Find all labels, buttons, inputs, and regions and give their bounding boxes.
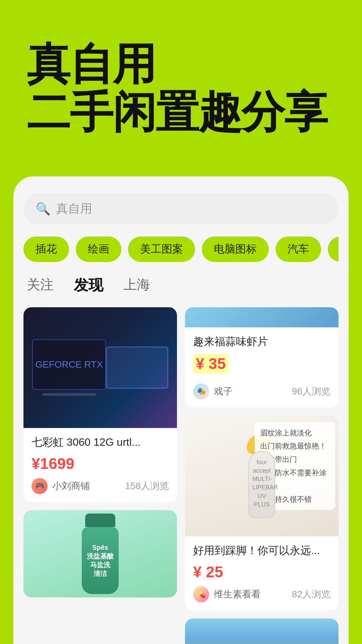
view-count-snack: 96人浏览 — [292, 385, 330, 398]
seller-row-snack: 🎭 戏子 96人浏览 — [193, 383, 330, 399]
product-title-snack: 趣来福蒜味虾片 — [193, 334, 330, 349]
seller-name-snack: 戏子 — [214, 385, 233, 398]
product-grid: GEFORCE RTX 七彩虹 3060 12G urtl... ¥1699 🎮… — [23, 307, 339, 644]
product-price-snack: ¥ 35 — [193, 354, 229, 373]
product-info-snack: 趣来福蒜味虾片 ¥ 35 🎭 戏子 96人浏览 — [185, 327, 339, 408]
hero-title: 真自用 二手闲置趣分享 — [27, 40, 335, 136]
product-image-partial — [185, 307, 339, 327]
seller-info-snack: 🎭 戏子 — [193, 383, 233, 399]
nav-tabs: 关注 发现 上海 — [23, 275, 339, 295]
tag-design[interactable]: 美工图案 — [128, 236, 195, 262]
skincare-note-1: 眉纹涂上就淡化 — [260, 426, 330, 440]
seller-info-skincare: 💊 维生素看看 — [193, 586, 261, 602]
skincare-tube: fouracceptMULTI-LIPEBARUV PLUS — [248, 451, 275, 518]
tab-follow[interactable]: 关注 — [27, 275, 54, 295]
product-card-skincare[interactable]: 眉纹涂上就淡化 出门前救急最惊艳！ 日常带出门 自带防水不需要补涂~ 保湿持久很… — [185, 416, 339, 610]
product-image-skincare: 眉纹涂上就淡化 出门前救急最惊艳！ 日常带出门 自带防水不需要补涂~ 保湿持久很… — [185, 416, 339, 536]
app-mockup: 🔍 真自用 插花 绘画 美工图案 电脑图标 汽车 拼 关注 发现 上海 GEFO… — [13, 176, 349, 644]
seller-avatar-skincare: 💊 — [193, 586, 209, 602]
product-card-shampoo[interactable]: Spēs洗盐基酸马盐洗清洁 — [23, 510, 177, 597]
view-count-skincare: 82人浏览 — [292, 588, 330, 601]
left-column: GEFORCE RTX 七彩虹 3060 12G urtl... ¥1699 🎮… — [23, 307, 177, 644]
hero-title-line2: 二手闲置趣分享 — [27, 88, 335, 136]
skincare-note-2: 出门前救急最惊艳！ — [260, 439, 330, 453]
tag-car[interactable]: 汽车 — [276, 236, 321, 262]
right-column: 趣来福蒜味虾片 ¥ 35 🎭 戏子 96人浏览 眉纹涂上就淡化 — [185, 307, 339, 644]
tag-icon[interactable]: 电脑图标 — [202, 236, 269, 262]
hero-title-line1: 真自用 — [27, 40, 335, 88]
product-card-partial-top[interactable]: 趣来福蒜味虾片 ¥ 35 🎭 戏子 96人浏览 — [185, 307, 339, 408]
product-price-skincare: ¥ 25 — [193, 563, 330, 581]
tags-row: 插花 绘画 美工图案 电脑图标 汽车 拼 — [23, 236, 339, 262]
seller-avatar-snack: 🎭 — [193, 383, 209, 399]
seller-row-skincare: 💊 维生素看看 82人浏览 — [193, 586, 330, 602]
seller-row-computer: 🎮 小刘商铺 158人浏览 — [32, 478, 169, 494]
product-card-computer[interactable]: GEFORCE RTX 七彩虹 3060 12G urtl... ¥1699 🎮… — [23, 307, 177, 502]
product-card-scenery[interactable] — [185, 619, 339, 644]
product-info-computer: 七彩虹 3060 12G urtl... ¥1699 🎮 小刘商铺 158人浏览 — [23, 428, 177, 502]
seller-info-computer: 🎮 小刘商铺 — [32, 478, 90, 494]
seller-avatar-computer: 🎮 — [32, 478, 48, 494]
search-icon: 🔍 — [36, 202, 51, 216]
shampoo-bottle-visual: Spēs洗盐基酸马盐洗清洁 — [82, 527, 119, 594]
tag-flower[interactable]: 插花 — [23, 236, 69, 262]
seller-name-skincare: 维生素看看 — [214, 588, 261, 601]
product-image-scenery — [185, 619, 339, 644]
product-price-computer: ¥1699 — [32, 454, 169, 473]
product-title-computer: 七彩虹 3060 12G urtl... — [32, 435, 169, 450]
hero-section: 真自用 二手闲置趣分享 — [0, 0, 362, 163]
tag-painting[interactable]: 绘画 — [76, 236, 121, 262]
product-title-skincare: 好用到踩脚！你可以永远... — [193, 543, 330, 558]
product-image-shampoo: Spēs洗盐基酸马盐洗清洁 — [23, 510, 177, 597]
view-count-computer: 158人浏览 — [125, 480, 169, 492]
tag-more[interactable]: 拼 — [328, 236, 339, 262]
tab-discover[interactable]: 发现 — [74, 275, 103, 295]
product-info-skincare: 好用到踩脚！你可以永远... ¥ 25 💊 维生素看看 82人浏览 — [185, 536, 339, 610]
seller-name-computer: 小刘商铺 — [52, 480, 90, 492]
search-bar[interactable]: 🔍 真自用 — [23, 193, 339, 224]
tab-shanghai[interactable]: 上海 — [123, 275, 150, 295]
product-image-computer: GEFORCE RTX — [23, 307, 177, 428]
search-placeholder-text: 真自用 — [56, 201, 92, 217]
